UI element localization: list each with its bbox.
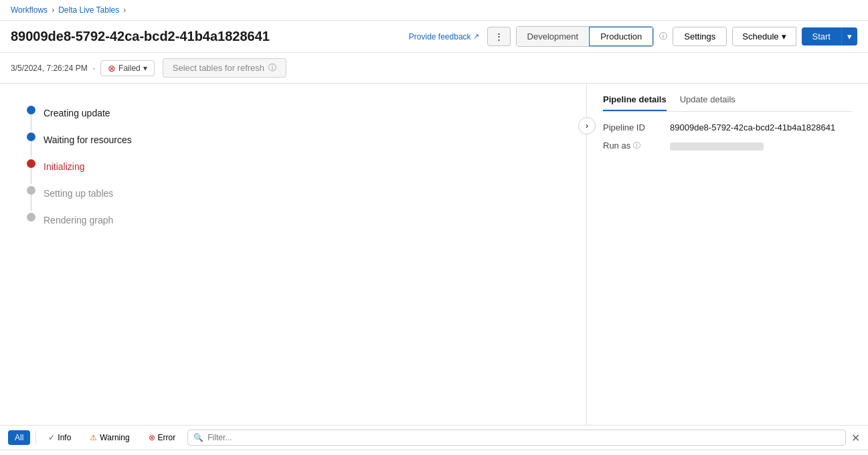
run-as-redacted xyxy=(670,143,764,151)
header-actions: ⋮ Development Production ⓘ Settings Sche… xyxy=(487,26,857,47)
step-label-initializing: Initializing xyxy=(44,157,84,184)
filter-info-button[interactable]: ✓ Info xyxy=(41,430,78,445)
select-tables-button[interactable]: Select tables for refresh ⓘ xyxy=(163,58,286,78)
run-as-row: Run as ⓘ xyxy=(603,141,852,151)
log-toolbar: All ✓ Info ⚠ Warning ⊗ Error 🔍 ✕ xyxy=(0,426,868,450)
log-table: ✓ 12 minutes ago create_update Update 10… xyxy=(0,450,868,455)
breadcrumb-sep2: › xyxy=(123,5,126,15)
filter-warning-button[interactable]: ⚠ Warning xyxy=(83,430,136,445)
run-date-sep: · xyxy=(93,64,95,73)
step-dot-setting-up-tables xyxy=(27,186,35,195)
log-row-1: ✓ 12 minutes ago create_update Update 10… xyxy=(0,450,868,455)
header-row: 89009de8-5792-42ca-bcd2-41b4a1828641 Pro… xyxy=(0,21,868,53)
schedule-button[interactable]: Schedule ▾ xyxy=(732,27,796,46)
step-waiting-for-resources: Waiting for resources xyxy=(27,130,559,157)
status-label: Failed xyxy=(118,64,141,73)
step-label-setting-up-tables: Setting up tables xyxy=(44,184,113,211)
step-dot-waiting-for-resources xyxy=(27,132,35,141)
step-list: Creating update Waiting for resources In… xyxy=(27,104,559,238)
info-status-icon: ✓ xyxy=(48,433,55,442)
pipeline-id-key: Pipeline ID xyxy=(603,122,670,132)
pipeline-id: 89009de8-5792-42ca-bcd2-41b4a1828641 xyxy=(11,29,401,44)
log-row-1-message: Update 10a153 started by RETRY_ON_FAILUR… xyxy=(187,450,868,455)
toolbar-row: 3/5/2024, 7:26:24 PM · ⊗ Failed ▾ Select… xyxy=(0,53,868,84)
filter-input-wrap: 🔍 xyxy=(187,430,846,446)
run-date: 3/5/2024, 7:26:24 PM xyxy=(11,64,88,73)
filter-error-button[interactable]: ⊗ Error xyxy=(142,430,183,445)
breadcrumb-dlt[interactable]: Delta Live Tables xyxy=(58,5,119,15)
log-filter-sep1 xyxy=(35,431,36,444)
log-panel: All ✓ Info ⚠ Warning ⊗ Error 🔍 ✕ ✓ 12 mi… xyxy=(0,425,868,455)
start-button[interactable]: Start xyxy=(802,27,841,46)
schedule-button-group: Schedule ▾ xyxy=(732,27,796,46)
select-tables-label: Select tables for refresh xyxy=(173,63,264,73)
schedule-label: Schedule xyxy=(742,31,778,41)
schedule-chevron-icon: ▾ xyxy=(782,31,786,41)
step-dot-rendering-graph xyxy=(27,213,35,221)
search-icon: 🔍 xyxy=(193,433,203,442)
warning-status-icon: ⚠ xyxy=(90,433,97,442)
details-tabs: Pipeline details Update details xyxy=(603,94,852,112)
step-label-waiting-for-resources: Waiting for resources xyxy=(44,130,132,157)
status-badge[interactable]: ⊗ Failed ▾ xyxy=(100,60,155,76)
tab-pipeline-details[interactable]: Pipeline details xyxy=(603,94,667,111)
step-rendering-graph: Rendering graph xyxy=(27,211,559,238)
start-dropdown-button[interactable]: ▾ xyxy=(841,27,857,46)
feedback-label: Provide feedback xyxy=(409,32,471,41)
select-tables-info-icon: ⓘ xyxy=(268,62,276,74)
pipeline-id-row: Pipeline ID 89009de8-5792-42ca-bcd2-41b4… xyxy=(603,122,852,132)
mode-toggle: Development Production xyxy=(516,26,655,47)
breadcrumb: Workflows › Delta Live Tables › xyxy=(0,0,868,21)
step-label-rendering-graph: Rendering graph xyxy=(44,211,113,238)
filter-input[interactable] xyxy=(207,433,840,442)
development-button[interactable]: Development xyxy=(517,27,590,46)
step-creating-update: Creating update xyxy=(27,104,559,130)
breadcrumb-workflows[interactable]: Workflows xyxy=(11,5,48,15)
tab-update-details[interactable]: Update details xyxy=(680,94,735,111)
breadcrumb-sep1: › xyxy=(52,5,54,15)
production-button[interactable]: Production xyxy=(589,27,653,46)
filter-warning-label: Warning xyxy=(100,433,129,442)
log-row-1-event: create_update xyxy=(80,450,187,455)
step-label-creating-update: Creating update xyxy=(44,104,110,130)
step-setting-up-tables: Setting up tables xyxy=(27,184,559,211)
more-options-button[interactable]: ⋮ xyxy=(487,27,511,46)
close-log-button[interactable]: ✕ xyxy=(851,432,860,444)
failed-icon: ⊗ xyxy=(108,63,116,74)
status-chevron-icon: ▾ xyxy=(143,64,147,73)
filter-all-button[interactable]: All xyxy=(8,430,30,445)
run-as-info-icon[interactable]: ⓘ xyxy=(633,141,640,151)
filter-error-label: Error xyxy=(158,433,176,442)
mode-info-icon[interactable]: ⓘ xyxy=(659,31,667,42)
step-initializing: Initializing xyxy=(27,157,559,184)
filter-info-label: Info xyxy=(58,433,71,442)
external-link-icon: ↗ xyxy=(473,32,479,41)
pipeline-id-value: 89009de8-5792-42ca-bcd2-41b4a1828641 xyxy=(670,122,835,132)
run-as-key: Run as ⓘ xyxy=(603,141,670,151)
run-as-label: Run as xyxy=(603,141,630,151)
step-dot-initializing xyxy=(27,159,35,168)
feedback-link[interactable]: Provide feedback ↗ xyxy=(409,32,479,41)
collapse-panel-button[interactable]: › xyxy=(578,117,596,134)
settings-button[interactable]: Settings xyxy=(673,27,727,46)
run-as-value xyxy=(670,141,764,151)
main-content: › Creating update Waiting for resources … xyxy=(0,84,868,425)
log-row-1-time: ✓ 12 minutes ago xyxy=(0,450,80,455)
error-status-icon: ⊗ xyxy=(149,433,155,442)
details-panel: Pipeline details Update details Pipeline… xyxy=(587,84,868,425)
step-dot-creating-update xyxy=(27,106,35,114)
pipeline-panel: › Creating update Waiting for resources … xyxy=(0,84,587,425)
start-button-group: Start ▾ xyxy=(802,27,857,46)
run-info: 3/5/2024, 7:26:24 PM · ⊗ Failed ▾ xyxy=(11,60,155,76)
